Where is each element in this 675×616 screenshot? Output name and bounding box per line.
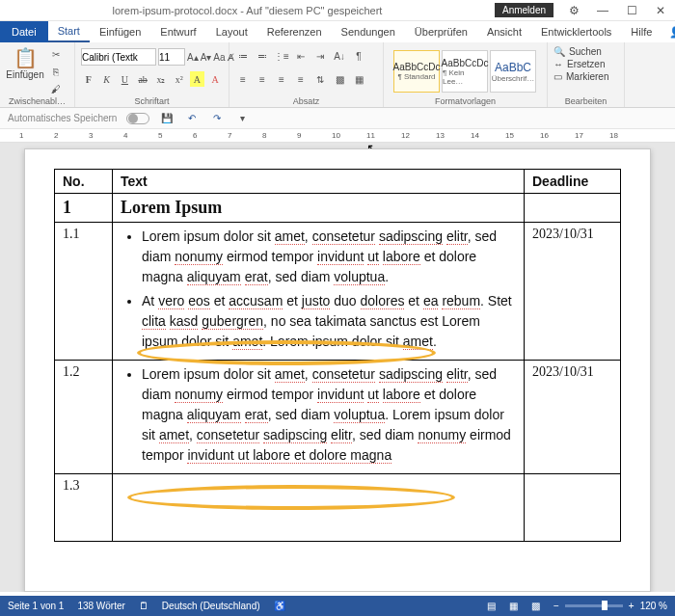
font-color-button[interactable]: A [207, 71, 223, 87]
font-name-input[interactable] [81, 48, 156, 66]
indent-button[interactable]: ⇥ [312, 48, 328, 64]
borders-button[interactable]: ▦ [351, 71, 366, 87]
justify-button[interactable]: ≡ [293, 71, 309, 87]
bold-button[interactable]: F [81, 71, 96, 87]
cell-text[interactable]: Lorem ipsum dolor sit amet, consetetur s… [113, 223, 525, 361]
strike-button[interactable]: ab [135, 71, 150, 87]
grow-font-icon[interactable]: A▴ [187, 49, 199, 65]
page[interactable]: No. Text Deadline 1 Lorem Ipsum 1.1 Lore… [24, 148, 651, 592]
multilevel-button[interactable]: ⋮≡ [274, 48, 289, 64]
cell-no[interactable]: 1.1 [55, 223, 113, 361]
minimize-icon[interactable]: — [588, 0, 617, 21]
status-page[interactable]: Seite 1 von 1 [8, 601, 64, 611]
tab-start[interactable]: Start [48, 21, 90, 42]
shading-button[interactable]: ▩ [332, 71, 347, 87]
window-menu-icon[interactable]: ⚙ [559, 0, 588, 21]
tab-file[interactable]: Datei [0, 21, 48, 42]
tab-insert[interactable]: Einfügen [90, 21, 150, 42]
highlight-button[interactable]: A [190, 71, 205, 87]
select-label: Markieren [566, 71, 608, 82]
ruler-tick: 17 [575, 131, 583, 140]
list-item[interactable]: At vero eos et accusam et justo duo dolo… [142, 291, 516, 352]
close-icon[interactable]: ✕ [646, 0, 675, 21]
line-spacing-button[interactable]: ⇅ [312, 71, 328, 87]
tab-mailings[interactable]: Sendungen [332, 21, 405, 42]
zoom-value[interactable]: 120 % [640, 601, 667, 611]
signin-prompt[interactable]: 👤 Sie wünsc [662, 21, 675, 42]
font-size-input[interactable] [158, 48, 185, 66]
tab-references[interactable]: Referenzen [257, 21, 332, 42]
cell-text[interactable]: Lorem ipsum dolor sit amet, consetetur s… [113, 361, 525, 474]
document-table[interactable]: No. Text Deadline 1 Lorem Ipsum 1.1 Lore… [54, 169, 621, 542]
undo-icon[interactable]: ↶ [184, 111, 200, 126]
tab-design[interactable]: Entwurf [150, 21, 205, 42]
accessibility-icon[interactable]: ♿ [274, 601, 285, 611]
style-heading1[interactable]: AaBbC Überschrif… [490, 50, 536, 93]
cell-deadline[interactable]: 2023/10/31 [525, 223, 621, 361]
cell-deadline[interactable]: 2023/10/31 [525, 361, 621, 474]
subscript-button[interactable]: x₂ [153, 71, 169, 87]
change-case-icon[interactable]: Aa [213, 49, 225, 65]
spellcheck-icon[interactable]: 🗒 [139, 601, 148, 611]
list-item[interactable]: Lorem ipsum dolor sit amet, consetetur s… [142, 227, 516, 287]
table-row[interactable]: 1.2 Lorem ipsum dolor sit amet, consetet… [55, 361, 621, 474]
replace-button[interactable]: ↔Ersetzen [554, 59, 618, 69]
cell-no[interactable]: 1.2 [55, 361, 113, 474]
save-icon[interactable]: 💾 [159, 111, 175, 126]
align-right-button[interactable]: ≡ [274, 71, 289, 87]
sort-button[interactable]: A↓ [332, 48, 347, 64]
zoom-in-icon[interactable]: + [629, 601, 634, 611]
outdent-button[interactable]: ⇤ [293, 48, 309, 64]
show-marks-button[interactable]: ¶ [351, 48, 366, 64]
table-row[interactable]: 1.3 [55, 474, 621, 542]
view-web-icon[interactable]: ▩ [531, 601, 540, 611]
tab-layout[interactable]: Layout [206, 21, 257, 42]
cell-deadline[interactable] [525, 474, 621, 542]
format-painter-icon[interactable]: 🖌 [48, 81, 64, 96]
cell-deadline[interactable] [525, 194, 621, 223]
paste-button[interactable]: 📋 Einfügen [6, 46, 44, 96]
tab-view[interactable]: Ansicht [477, 21, 531, 42]
cell-no[interactable]: 1 [55, 194, 113, 223]
superscript-button[interactable]: x² [172, 71, 187, 87]
zoom-control[interactable]: − + 120 % [554, 601, 667, 611]
titlebar: lorem-ipsum-protocol.docx - Auf "diesem … [0, 0, 675, 21]
zoom-out-icon[interactable]: − [554, 601, 559, 611]
bullets-button[interactable]: ≔ [235, 48, 251, 64]
tab-developer[interactable]: Entwicklertools [531, 21, 621, 42]
view-print-icon[interactable]: ▦ [509, 601, 518, 611]
cut-icon[interactable]: ✂ [48, 46, 64, 62]
table-row[interactable]: 1 Lorem Ipsum [55, 194, 621, 223]
cell-no[interactable]: 1.3 [55, 474, 113, 542]
login-badge[interactable]: Anmelden [495, 3, 554, 17]
align-center-button[interactable]: ≡ [255, 71, 270, 87]
italic-button[interactable]: K [99, 71, 115, 87]
status-words[interactable]: 138 Wörter [77, 601, 124, 611]
autosave-toggle[interactable] [126, 113, 149, 124]
horizontal-ruler[interactable]: 123456789101112131415161718 [0, 129, 675, 143]
align-left-button[interactable]: ≡ [235, 71, 251, 87]
status-language[interactable]: Deutsch (Deutschland) [162, 601, 260, 611]
numbering-button[interactable]: ≕ [255, 48, 270, 64]
cell-text[interactable] [113, 474, 525, 542]
shrink-font-icon[interactable]: A▾ [201, 49, 212, 65]
cell-heading[interactable]: Lorem Ipsum [113, 194, 525, 223]
list-item[interactable]: Lorem ipsum dolor sit amet, consetetur s… [142, 364, 516, 466]
style-no-spacing[interactable]: AaBbCcDc ¶ Kein Lee… [442, 50, 488, 93]
tab-review[interactable]: Überprüfen [405, 21, 477, 42]
redo-icon[interactable]: ↷ [209, 111, 225, 126]
document-area[interactable]: ↖ No. Text Deadline 1 Lorem Ipsum 1.1 Lo… [0, 143, 675, 592]
user-icon: 👤 [669, 26, 675, 39]
underline-button[interactable]: U [118, 71, 133, 87]
tab-help[interactable]: Hilfe [621, 21, 662, 42]
select-button[interactable]: ▭Markieren [554, 71, 618, 82]
zoom-slider[interactable] [565, 604, 623, 607]
table-row[interactable]: 1.1 Lorem ipsum dolor sit amet, consetet… [55, 223, 621, 361]
style-standard[interactable]: AaBbCcDc ¶ Standard [393, 50, 440, 93]
maximize-icon[interactable]: ☐ [617, 0, 646, 21]
find-button[interactable]: 🔍Suchen [554, 46, 618, 57]
qat-customize-icon[interactable]: ▾ [234, 111, 250, 126]
view-read-icon[interactable]: ▤ [487, 601, 496, 611]
ruler-tick: 6 [193, 131, 197, 140]
copy-icon[interactable]: ⎘ [48, 64, 64, 79]
